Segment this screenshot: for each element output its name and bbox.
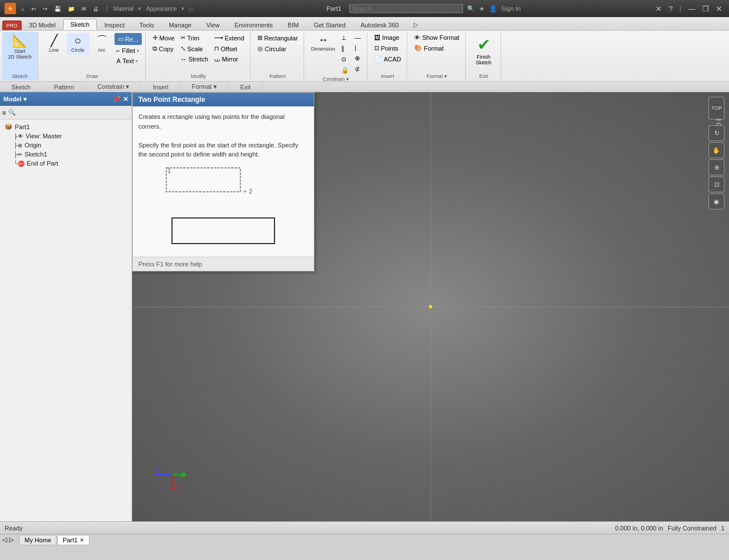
sign-in-label[interactable]: Sign In [501, 5, 521, 12]
ribbon-group-insert: 🖼 Image ⊡ Points 📄 ACAD Insert [368, 32, 408, 80]
circular-btn[interactable]: ◎ Circular [255, 44, 300, 53]
constrain-1[interactable]: ⊥ [339, 33, 351, 43]
extend-icon: ⟶ [214, 34, 223, 42]
left-panel: Model ▾ 📌 ✕ ≡ 🔍 📦 Part1 ├👁 View: Master … [0, 92, 132, 521]
app-icon: A [5, 3, 16, 14]
help-btn[interactable]: ? [666, 5, 675, 13]
zoom-btn[interactable]: ⊕ [708, 159, 724, 175]
tab-view[interactable]: View [199, 19, 227, 30]
part1-tab-label: Part1 [63, 537, 77, 543]
view-cube[interactable]: TOP [708, 97, 724, 120]
quick-access-undo[interactable]: ↩ [30, 5, 38, 13]
quick-access-save[interactable]: 💾 [52, 5, 63, 13]
circle-btn[interactable]: ○ Circle [67, 33, 89, 55]
line-btn[interactable]: ╱ Line [43, 33, 65, 55]
model-pin-icon[interactable]: 📌 [113, 96, 121, 103]
tab-autodesk360[interactable]: Autodesk 360 [353, 19, 406, 30]
model-close-icon[interactable]: ✕ [123, 96, 128, 103]
tab-sketch[interactable]: Sketch [63, 19, 97, 30]
maximize-btn[interactable]: ❐ [700, 5, 711, 13]
c7-icon: ⊄ [355, 65, 360, 73]
tab-manage[interactable]: Manage [161, 19, 199, 30]
tab-inspect[interactable]: Inspect [97, 19, 132, 30]
orbit-btn[interactable]: ↻ [708, 125, 724, 141]
extend-label: Extend [225, 35, 244, 42]
tab-right-arrow[interactable]: ▷ [9, 536, 14, 543]
constrain-5[interactable]: | [353, 43, 363, 52]
constrain-lock[interactable]: 🔒 [339, 65, 351, 75]
scale-label: Scale [187, 46, 203, 52]
tab-pro[interactable]: PRO [2, 20, 22, 30]
move-btn[interactable]: ✛ Move [150, 33, 177, 43]
tree-item-end-of-part[interactable]: └⛔ End of Part [0, 159, 132, 168]
tab-my-home[interactable]: My Home [19, 535, 56, 545]
mirror-btn[interactable]: ⧢ Mirror [212, 55, 247, 64]
tab-close-icon[interactable]: ✕ [80, 537, 84, 543]
part1-icon: 📦 [5, 123, 13, 130]
quick-access-mail[interactable]: ✉ [80, 5, 88, 13]
right-tools: TOP ↻ ✋ ⊕ ⊡ ◉ [708, 97, 724, 209]
offset-btn[interactable]: ⊓ Offset [212, 44, 247, 53]
constrain-2[interactable]: ∥ [339, 44, 351, 53]
points-btn[interactable]: ⊡ Points [372, 43, 404, 53]
scale-btn[interactable]: ⤡ Scale [178, 44, 211, 53]
tree-item-view-master[interactable]: ├👁 View: Master [0, 131, 132, 141]
rectangle-btn[interactable]: ▭ Re... [114, 33, 142, 45]
tab-getstarted[interactable]: Get Started [306, 19, 353, 30]
finish-sketch-btn[interactable]: ✔ FinishSketch [471, 33, 496, 68]
constrain-6[interactable]: ⊕ [353, 53, 363, 63]
constrain-4[interactable]: — [353, 33, 363, 42]
tree-item-origin[interactable]: ├⊕ Origin [0, 141, 132, 150]
tab-part1[interactable]: Part1 ✕ [58, 535, 89, 545]
viewport[interactable]: Two Point Rectangle Creates a rectangle … [132, 92, 729, 521]
quick-access-open[interactable]: 📁 [66, 5, 76, 13]
tab-controls: ◁ ▷ [2, 536, 14, 543]
zoom-all-btn[interactable]: ⊡ [708, 176, 724, 192]
start-2d-sketch-btn[interactable]: 📐 Start2D Sketch [6, 33, 34, 61]
points-label: Points [381, 45, 399, 52]
close-app-icon[interactable]: ✕ [653, 5, 664, 13]
constrain-7[interactable]: ⊄ [353, 64, 363, 74]
modify-col1: ✛ Move ⧉ Copy [150, 33, 177, 53]
tab-arrow[interactable]: ▷ [406, 19, 425, 30]
tree-item-part1[interactable]: 📦 Part1 [0, 122, 132, 131]
tab-3dmodel[interactable]: 3D Model [22, 19, 63, 30]
rectangular-btn[interactable]: ⊞ Rectangular [255, 33, 300, 43]
show-format-btn[interactable]: 👁 Show Format [412, 33, 461, 42]
format-btn[interactable]: 🎨 Format [412, 43, 461, 53]
quick-access-print[interactable]: 🖨 [91, 5, 100, 13]
tab-left-arrow[interactable]: ◁ [2, 536, 7, 543]
trim-btn[interactable]: ✂ Trim [178, 33, 211, 43]
acad-btn[interactable]: 📄 ACAD [372, 54, 404, 64]
arc-label: Arc [98, 47, 106, 53]
rectangle-icon: ▭ [118, 35, 124, 43]
look-at-btn[interactable]: ◉ [708, 193, 724, 209]
dimension-btn[interactable]: ↔ Dimension [309, 33, 338, 53]
show-format-icon: 👁 [414, 34, 420, 41]
arc-btn[interactable]: ⌒ Arc [91, 33, 113, 55]
close-window-btn[interactable]: ✕ [714, 5, 724, 13]
tab-bim[interactable]: BIM [280, 19, 306, 30]
search-input[interactable] [349, 4, 463, 13]
stretch-btn[interactable]: ↔ Stretch [178, 55, 211, 64]
extend-btn[interactable]: ⟶ Extend [212, 33, 247, 43]
image-btn[interactable]: 🖼 Image [372, 33, 404, 42]
text-btn[interactable]: A Text ▾ [114, 56, 142, 65]
tab-tools[interactable]: Tools [132, 19, 162, 30]
filter-icon[interactable]: ≡ [2, 109, 6, 116]
search-tree-icon[interactable]: 🔍 [8, 109, 16, 116]
tree-item-sketch1[interactable]: ├✏ Sketch1 [0, 150, 132, 159]
fillet-btn[interactable]: ⌐ Fillet ▾ [114, 46, 142, 55]
diagram-wrapper: 1 + 2 [161, 165, 275, 196]
pan-btn[interactable]: ✋ [708, 142, 724, 158]
rectangular-label: Rectangular [264, 35, 298, 42]
minimize-btn[interactable]: — [686, 5, 698, 13]
tab-environments[interactable]: Environments [227, 19, 280, 30]
constrain-3[interactable]: ⊙ [339, 55, 351, 64]
copy-btn[interactable]: ⧉ Copy [150, 44, 177, 53]
tree-view-master-label: View: Master [26, 133, 62, 139]
quick-access-home[interactable]: ⌂ [19, 5, 26, 13]
zoom-all-icon: ⊡ [714, 181, 719, 188]
model-tree: 📦 Part1 ├👁 View: Master ├⊕ Origin ├✏ Ske… [0, 120, 132, 521]
quick-access-redo[interactable]: ↪ [41, 5, 49, 13]
